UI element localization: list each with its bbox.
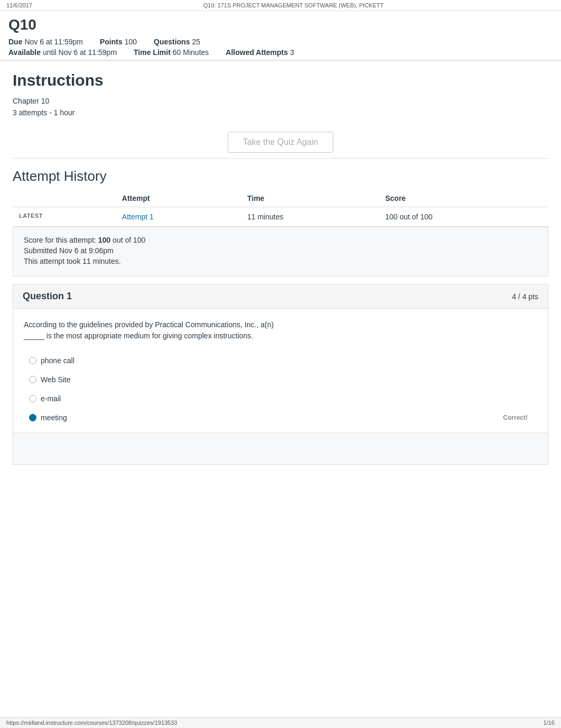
due-value: Nov 6 at 11:59pm <box>24 38 83 46</box>
due-label: Due <box>8 38 22 46</box>
browser-bar: 11/6/2017 Q10: 171S PROJECT MANAGEMENT S… <box>0 0 561 11</box>
latest-badge: LATEST <box>13 207 116 227</box>
meta-row-1: Due Nov 6 at 11:59pm Points 100 Question… <box>8 38 553 46</box>
attempt-time: 11 minutes <box>241 207 379 227</box>
meta-allowed-attempts: Allowed Attempts 3 <box>226 48 294 57</box>
allowed-attempts-value: 3 <box>290 48 294 57</box>
main-content: Instructions Chapter 10 3 attempts - 1 h… <box>0 61 561 475</box>
option-phone-call-label: phone call <box>41 356 74 365</box>
page-header: Q10 Due Nov 6 at 11:59pm Points 100 Ques… <box>0 11 561 60</box>
question-1-pts: 4 / 4 pts <box>512 292 538 301</box>
points-value: 100 <box>125 38 137 46</box>
question-1-card: Question 1 4 / 4 pts According to the gu… <box>13 284 548 465</box>
time-limit-label: Time Limit <box>134 48 171 57</box>
attempt-history-section: Attempt History Attempt Time Score LATES… <box>13 168 548 227</box>
option-meeting-label: meeting <box>41 413 67 422</box>
meta-time-limit: Time Limit 60 Minutes <box>134 48 209 57</box>
radio-web-site <box>29 376 36 383</box>
questions-label: Questions <box>154 38 190 46</box>
option-web-site-label: Web Site <box>41 375 71 384</box>
available-value: until Nov 6 at 11:59pm <box>43 48 117 57</box>
browser-date: 11/6/2017 <box>6 2 32 8</box>
question-1-body: According to the guidelines provided by … <box>13 309 548 432</box>
take-quiz-button[interactable]: Take the Quiz Again <box>228 132 333 153</box>
take-quiz-button-wrap: Take the Quiz Again <box>13 132 548 153</box>
meta-points: Points 100 <box>100 38 137 46</box>
option-phone-call: phone call <box>29 351 537 370</box>
instructions-section: Instructions Chapter 10 3 attempts - 1 h… <box>13 71 548 117</box>
question-1-text: According to the guidelines provided by … <box>24 319 537 342</box>
instructions-line-2: 3 attempts - 1 hour <box>13 108 548 117</box>
section-divider <box>13 158 548 159</box>
table-row: LATEST Attempt 1 11 minutes 100 out of 1… <box>13 207 548 227</box>
option-meeting-row: meeting Correct! <box>29 408 537 427</box>
page-title: Q10 <box>8 16 553 33</box>
radio-phone-call <box>29 357 36 364</box>
option-email-label: e-mail <box>41 394 61 403</box>
col-header-score: Score <box>379 190 548 207</box>
meta-questions: Questions 25 <box>154 38 200 46</box>
attempt-details-box: Score for this attempt: 100 out of 100 S… <box>13 227 548 277</box>
radio-email <box>29 395 36 402</box>
radio-meeting <box>29 414 36 421</box>
question-1-header: Question 1 4 / 4 pts <box>13 284 548 309</box>
attempt-submitted-line: Submitted Nov 6 at 9:06pm <box>24 246 537 255</box>
attempt-table: Attempt Time Score LATEST Attempt 1 11 m… <box>13 190 548 227</box>
option-meeting: meeting <box>29 408 67 427</box>
points-label: Points <box>100 38 123 46</box>
time-limit-value: 60 Minutes <box>173 48 209 57</box>
meta-available: Available until Nov 6 at 11:59pm <box>8 48 117 57</box>
attempt-1-link[interactable]: Attempt 1 <box>122 213 154 221</box>
quiz-meta: Due Nov 6 at 11:59pm Points 100 Question… <box>8 38 553 57</box>
table-header-row: Attempt Time Score <box>13 190 548 207</box>
allowed-attempts-label: Allowed Attempts <box>226 48 288 57</box>
attempt-score-line: Score for this attempt: 100 out of 100 <box>24 236 537 244</box>
correct-label: Correct! <box>503 410 537 426</box>
col-header-empty <box>13 190 116 207</box>
col-header-attempt: Attempt <box>116 190 241 207</box>
attempt-score: 100 out of 100 <box>379 207 548 227</box>
available-label: Available <box>8 48 41 57</box>
answer-options: phone call Web Site e-mail meeting Corre… <box>24 351 537 427</box>
attempt-duration-line: This attempt took 11 minutes. <box>24 257 537 265</box>
questions-value: 25 <box>192 38 201 46</box>
attempt-link-cell[interactable]: Attempt 1 <box>116 207 241 227</box>
question-1-footer <box>13 432 548 464</box>
browser-title: Q10: 171S PROJECT MANAGEMENT SOFTWARE (W… <box>203 2 384 8</box>
question-text-line2: _____ is the most appropriate medium for… <box>24 331 253 340</box>
instructions-heading: Instructions <box>13 71 548 89</box>
attempt-history-heading: Attempt History <box>13 168 548 185</box>
attempt-score-bold: 100 <box>98 236 110 244</box>
col-header-time: Time <box>241 190 379 207</box>
question-1-title: Question 1 <box>23 291 72 302</box>
question-text-line1: According to the guidelines provided by … <box>24 320 274 329</box>
meta-due: Due Nov 6 at 11:59pm <box>8 38 83 46</box>
option-email: e-mail <box>29 389 537 408</box>
option-web-site: Web Site <box>29 370 537 389</box>
meta-row-2: Available until Nov 6 at 11:59pm Time Li… <box>8 48 553 57</box>
instructions-line-1: Chapter 10 <box>13 97 548 105</box>
